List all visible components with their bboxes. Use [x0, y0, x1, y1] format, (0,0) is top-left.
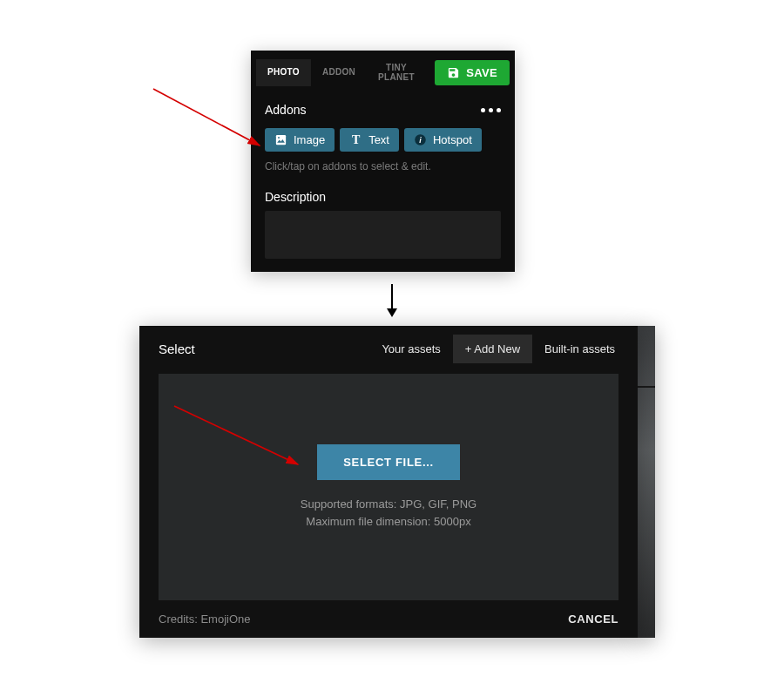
modal-title: Select [159, 342, 195, 356]
max-dimension: Maximum file dimension: 5000px [301, 513, 476, 531]
tab-photo[interactable]: PHOTO [256, 59, 311, 86]
more-menu-icon[interactable] [481, 108, 501, 112]
credits-text: Credits: EmojiOne [159, 612, 250, 626]
upload-info-text: Supported formats: JPG, GIF, PNG Maximum… [301, 496, 476, 530]
tab-add-new[interactable]: + Add New [453, 335, 532, 363]
addons-heading: Addons [265, 103, 306, 117]
svg-rect-0 [276, 135, 286, 145]
image-icon [274, 133, 287, 146]
editor-tabs: PHOTO ADDON TINY PLANET SAVE [251, 51, 515, 91]
addon-text-label: Text [368, 133, 389, 146]
upload-dropzone[interactable]: SELECT FILE... Supported formats: JPG, G… [159, 374, 618, 600]
addon-image-button[interactable]: Image [265, 128, 335, 152]
description-label: Description [265, 190, 501, 204]
select-file-button[interactable]: SELECT FILE... [317, 444, 460, 480]
save-icon [447, 66, 460, 79]
svg-point-1 [278, 137, 280, 139]
save-button-label: SAVE [466, 66, 497, 79]
supported-formats: Supported formats: JPG, GIF, PNG [301, 496, 476, 513]
tab-tiny-planet-line1: TINY [386, 63, 407, 72]
save-button[interactable]: SAVE [435, 60, 510, 85]
tab-builtin-assets[interactable]: Built-in assets [532, 335, 627, 363]
addon-pills: Image T Text i Hotspot [265, 128, 501, 152]
tab-your-assets[interactable]: Your assets [369, 335, 452, 363]
addon-text-button[interactable]: T Text [340, 128, 399, 152]
addons-hint: Click/tap on addons to select & edit. [265, 160, 501, 173]
select-asset-modal: Select Your assets + Add New Built-in as… [139, 326, 638, 638]
tab-addon[interactable]: ADDON [311, 59, 367, 86]
text-icon: T [349, 133, 362, 146]
info-icon: i [414, 133, 427, 146]
addon-hotspot-button[interactable]: i Hotspot [404, 128, 482, 152]
editor-body: Addons Image T Text i Hotspot [251, 91, 515, 272]
flow-arrow-down-icon [386, 282, 398, 319]
tab-tiny-planet[interactable]: TINY PLANET [367, 55, 426, 91]
editor-panel: PHOTO ADDON TINY PLANET SAVE Addons [251, 51, 515, 272]
description-textarea[interactable] [265, 211, 501, 259]
cancel-button[interactable]: CANCEL [568, 612, 618, 626]
addon-hotspot-label: Hotspot [433, 133, 472, 146]
tab-tiny-planet-line2: PLANET [378, 72, 415, 82]
svg-line-4 [153, 89, 260, 145]
modal-tabs: Your assets + Add New Built-in assets [369, 335, 627, 363]
background-preview-strip [638, 326, 655, 638]
addon-image-label: Image [294, 133, 325, 146]
